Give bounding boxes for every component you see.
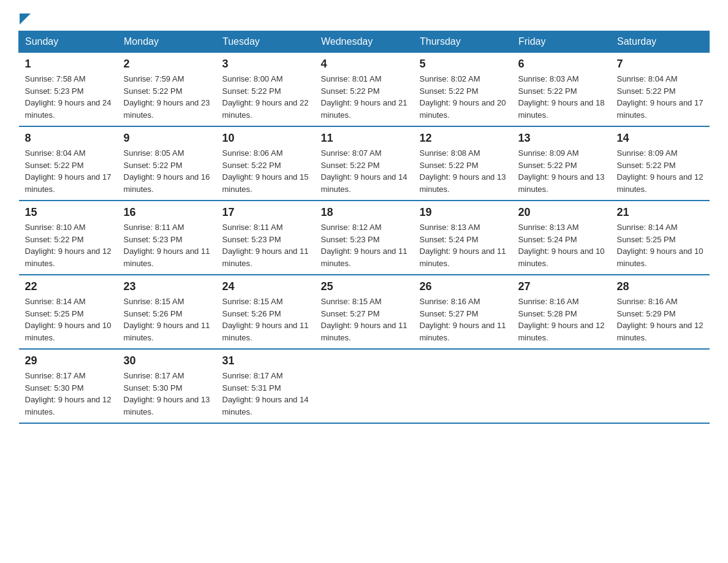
calendar-day-cell: 21Sunrise: 8:14 AMSunset: 5:25 PMDayligh… (611, 201, 710, 275)
day-info: Sunrise: 8:15 AMSunset: 5:26 PMDaylight:… (124, 296, 210, 343)
calendar-day-cell: 15Sunrise: 8:10 AMSunset: 5:22 PMDayligh… (19, 201, 118, 275)
calendar-day-cell: 23Sunrise: 8:15 AMSunset: 5:26 PMDayligh… (118, 275, 216, 349)
calendar-day-cell: 13Sunrise: 8:09 AMSunset: 5:22 PMDayligh… (512, 126, 611, 201)
day-number: 26 (420, 280, 506, 293)
logo-arrow-icon (20, 13, 33, 27)
col-tuesday: Tuesday (216, 31, 315, 53)
calendar-day-cell: 18Sunrise: 8:12 AMSunset: 5:23 PMDayligh… (315, 201, 414, 275)
svg-marker-0 (20, 13, 31, 25)
col-thursday: Thursday (414, 31, 512, 53)
day-info: Sunrise: 8:09 AMSunset: 5:22 PMDaylight:… (518, 147, 605, 195)
calendar-body: 1Sunrise: 7:58 AMSunset: 5:23 PMDaylight… (19, 53, 710, 424)
day-number: 7 (617, 58, 703, 71)
day-number: 5 (420, 58, 506, 71)
day-info: Sunrise: 8:15 AMSunset: 5:26 PMDaylight:… (222, 296, 309, 343)
day-number: 20 (518, 206, 605, 219)
day-info: Sunrise: 8:17 AMSunset: 5:30 PMDaylight:… (124, 370, 210, 418)
calendar-day-cell: 29Sunrise: 8:17 AMSunset: 5:30 PMDayligh… (19, 349, 118, 423)
day-info: Sunrise: 7:58 AMSunset: 5:23 PMDaylight:… (25, 73, 112, 121)
day-info: Sunrise: 8:16 AMSunset: 5:28 PMDaylight:… (518, 296, 605, 343)
col-monday: Monday (118, 31, 216, 53)
day-number: 3 (222, 58, 309, 71)
calendar-day-cell: 4Sunrise: 8:01 AMSunset: 5:22 PMDaylight… (315, 53, 414, 127)
day-number: 23 (124, 280, 210, 293)
day-info: Sunrise: 8:14 AMSunset: 5:25 PMDaylight:… (25, 296, 112, 343)
day-number: 16 (124, 206, 210, 219)
calendar-week-row: 1Sunrise: 7:58 AMSunset: 5:23 PMDaylight… (19, 53, 710, 127)
calendar-header: Sunday Monday Tuesday Wednesday Thursday… (19, 31, 710, 53)
day-number: 21 (617, 206, 703, 219)
calendar-day-cell: 1Sunrise: 7:58 AMSunset: 5:23 PMDaylight… (19, 53, 118, 127)
logo-general-line (18, 12, 33, 27)
day-number: 8 (25, 132, 112, 145)
day-number: 1 (25, 58, 112, 71)
day-number: 12 (420, 132, 506, 145)
day-number: 10 (222, 132, 309, 145)
calendar-day-cell: 26Sunrise: 8:16 AMSunset: 5:27 PMDayligh… (414, 275, 512, 349)
day-info: Sunrise: 8:00 AMSunset: 5:22 PMDaylight:… (222, 73, 309, 121)
calendar-day-cell: 31Sunrise: 8:17 AMSunset: 5:31 PMDayligh… (216, 349, 315, 423)
day-number: 17 (222, 206, 309, 219)
day-number: 14 (617, 132, 703, 145)
day-number: 2 (124, 58, 210, 71)
col-sunday: Sunday (19, 31, 118, 53)
day-info: Sunrise: 8:04 AMSunset: 5:22 PMDaylight:… (617, 73, 703, 121)
calendar-day-cell (414, 349, 512, 423)
day-info: Sunrise: 8:16 AMSunset: 5:27 PMDaylight:… (420, 296, 506, 343)
day-info: Sunrise: 8:13 AMSunset: 5:24 PMDaylight:… (420, 221, 506, 269)
calendar-day-cell: 6Sunrise: 8:03 AMSunset: 5:22 PMDaylight… (512, 53, 611, 127)
logo (18, 12, 33, 25)
day-info: Sunrise: 8:10 AMSunset: 5:22 PMDaylight:… (25, 221, 112, 269)
calendar-header-row: Sunday Monday Tuesday Wednesday Thursday… (19, 31, 710, 53)
calendar-week-row: 22Sunrise: 8:14 AMSunset: 5:25 PMDayligh… (19, 275, 710, 349)
day-info: Sunrise: 8:11 AMSunset: 5:23 PMDaylight:… (222, 221, 309, 269)
day-number: 22 (25, 280, 112, 293)
calendar-day-cell: 25Sunrise: 8:15 AMSunset: 5:27 PMDayligh… (315, 275, 414, 349)
day-info: Sunrise: 8:15 AMSunset: 5:27 PMDaylight:… (321, 296, 408, 343)
day-info: Sunrise: 8:02 AMSunset: 5:22 PMDaylight:… (420, 73, 506, 121)
day-info: Sunrise: 8:06 AMSunset: 5:22 PMDaylight:… (222, 147, 309, 195)
calendar-day-cell (512, 349, 611, 423)
day-info: Sunrise: 8:05 AMSunset: 5:22 PMDaylight:… (124, 147, 210, 195)
day-info: Sunrise: 8:04 AMSunset: 5:22 PMDaylight:… (25, 147, 112, 195)
day-number: 11 (321, 132, 408, 145)
day-info: Sunrise: 7:59 AMSunset: 5:22 PMDaylight:… (124, 73, 210, 121)
day-info: Sunrise: 8:17 AMSunset: 5:30 PMDaylight:… (25, 370, 112, 418)
calendar-day-cell (611, 349, 710, 423)
calendar-day-cell: 3Sunrise: 8:00 AMSunset: 5:22 PMDaylight… (216, 53, 315, 127)
day-number: 6 (518, 58, 605, 71)
calendar-day-cell: 5Sunrise: 8:02 AMSunset: 5:22 PMDaylight… (414, 53, 512, 127)
calendar-day-cell: 20Sunrise: 8:13 AMSunset: 5:24 PMDayligh… (512, 201, 611, 275)
day-info: Sunrise: 8:16 AMSunset: 5:29 PMDaylight:… (617, 296, 703, 343)
day-info: Sunrise: 8:17 AMSunset: 5:31 PMDaylight:… (222, 370, 309, 418)
col-friday: Friday (512, 31, 611, 53)
day-info: Sunrise: 8:08 AMSunset: 5:22 PMDaylight:… (420, 147, 506, 195)
day-info: Sunrise: 8:11 AMSunset: 5:23 PMDaylight:… (124, 221, 210, 269)
calendar-day-cell: 22Sunrise: 8:14 AMSunset: 5:25 PMDayligh… (19, 275, 118, 349)
calendar-day-cell: 10Sunrise: 8:06 AMSunset: 5:22 PMDayligh… (216, 126, 315, 201)
day-number: 30 (124, 354, 210, 367)
calendar-day-cell: 19Sunrise: 8:13 AMSunset: 5:24 PMDayligh… (414, 201, 512, 275)
calendar-day-cell: 30Sunrise: 8:17 AMSunset: 5:30 PMDayligh… (118, 349, 216, 423)
day-number: 31 (222, 354, 309, 367)
calendar-day-cell: 12Sunrise: 8:08 AMSunset: 5:22 PMDayligh… (414, 126, 512, 201)
day-number: 24 (222, 280, 309, 293)
day-info: Sunrise: 8:13 AMSunset: 5:24 PMDaylight:… (518, 221, 605, 269)
calendar-day-cell: 7Sunrise: 8:04 AMSunset: 5:22 PMDaylight… (611, 53, 710, 127)
day-info: Sunrise: 8:03 AMSunset: 5:22 PMDaylight:… (518, 73, 605, 121)
calendar-day-cell: 11Sunrise: 8:07 AMSunset: 5:22 PMDayligh… (315, 126, 414, 201)
calendar-day-cell: 2Sunrise: 7:59 AMSunset: 5:22 PMDaylight… (118, 53, 216, 127)
day-info: Sunrise: 8:07 AMSunset: 5:22 PMDaylight:… (321, 147, 408, 195)
calendar-week-row: 29Sunrise: 8:17 AMSunset: 5:30 PMDayligh… (19, 349, 710, 423)
calendar-day-cell: 8Sunrise: 8:04 AMSunset: 5:22 PMDaylight… (19, 126, 118, 201)
calendar-day-cell: 14Sunrise: 8:09 AMSunset: 5:22 PMDayligh… (611, 126, 710, 201)
day-number: 19 (420, 206, 506, 219)
day-info: Sunrise: 8:01 AMSunset: 5:22 PMDaylight:… (321, 73, 408, 121)
calendar-week-row: 15Sunrise: 8:10 AMSunset: 5:22 PMDayligh… (19, 201, 710, 275)
calendar-table: Sunday Monday Tuesday Wednesday Thursday… (18, 31, 710, 424)
day-info: Sunrise: 8:14 AMSunset: 5:25 PMDaylight:… (617, 221, 703, 269)
calendar-day-cell: 16Sunrise: 8:11 AMSunset: 5:23 PMDayligh… (118, 201, 216, 275)
day-number: 13 (518, 132, 605, 145)
day-info: Sunrise: 8:12 AMSunset: 5:23 PMDaylight:… (321, 221, 408, 269)
day-number: 9 (124, 132, 210, 145)
